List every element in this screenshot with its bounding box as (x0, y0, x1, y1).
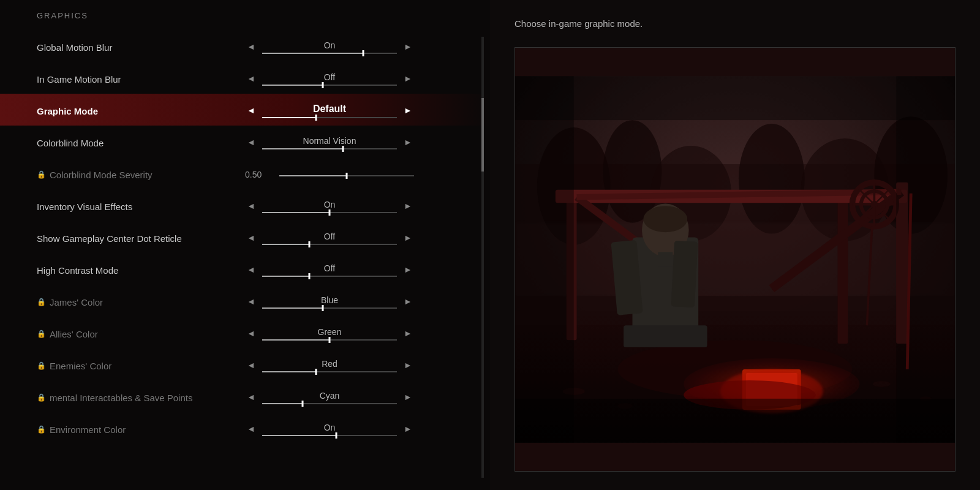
arrow-right-colorblind-mode[interactable]: ► (402, 138, 414, 148)
slider-thumb-inventory-visual-effects[interactable] (329, 209, 331, 216)
setting-row-james-color[interactable]: 🔒 James' Color ◄ Blue ► (37, 285, 490, 317)
value-text-allies-color: Green (262, 327, 397, 337)
slider-track-gameplay-center-dot[interactable] (262, 244, 397, 245)
slider-thumb-in-game-motion-blur[interactable] (322, 82, 324, 88)
arrow-left-mental-interactables[interactable]: ◄ (245, 393, 257, 402)
arrow-right-james-color[interactable]: ► (402, 297, 414, 307)
value-display-inventory-visual-effects: On (262, 200, 397, 213)
setting-control-mental-interactables: ◄ Cyan ► (245, 391, 490, 404)
slider-thumb-colorblind-mode[interactable] (342, 146, 344, 152)
slider-thumb-allies-color[interactable] (329, 337, 331, 343)
setting-row-allies-color[interactable]: 🔒 Allies' Color ◄ Green ► (37, 317, 490, 349)
slider-thumb-graphic-mode[interactable] (315, 115, 317, 121)
slider-track-mental-interactables[interactable] (262, 403, 397, 404)
slider-thumb-global-motion-blur[interactable] (363, 50, 364, 56)
setting-control-high-contrast-mode: ◄ Off ► (245, 263, 490, 277)
slider-track-colorblind-severity[interactable] (279, 175, 414, 176)
arrow-left-global-motion-blur[interactable]: ◄ (245, 42, 257, 52)
arrow-right-mental-interactables[interactable]: ► (402, 393, 414, 402)
setting-control-gameplay-center-dot: ◄ Off ► (245, 232, 490, 245)
slider-thumb-environment-color[interactable] (336, 432, 337, 439)
slider-track-colorblind-mode[interactable] (262, 148, 397, 149)
slider-track-inventory-visual-effects[interactable] (262, 212, 397, 213)
setting-label-global-motion-blur: Global Motion Blur (37, 42, 245, 53)
scrollbar-thumb[interactable] (481, 98, 484, 172)
svg-rect-45 (515, 76, 574, 442)
setting-row-high-contrast-mode[interactable]: High Contrast Mode ◄ Off ► (37, 253, 490, 285)
setting-label-colorblind-severity: 🔒 Colorblind Mode Severity (37, 170, 245, 180)
arrow-left-in-game-motion-blur[interactable]: ◄ (245, 74, 257, 84)
slider-thumb-enemies-color[interactable] (315, 369, 317, 375)
arrow-left-inventory-visual-effects[interactable]: ◄ (245, 202, 257, 211)
slider-fill-inventory-visual-effects (262, 212, 330, 213)
setting-control-colorblind-mode: ◄ Normal Vision ► (245, 136, 490, 149)
setting-label-environment-color: 🔒 Environment Color (37, 424, 245, 435)
setting-row-graphic-mode[interactable]: Graphic Mode ◄ Default ► (0, 94, 490, 126)
arrow-right-inventory-visual-effects[interactable]: ► (402, 202, 414, 211)
slider-thumb-james-color[interactable] (322, 305, 324, 311)
scrollbar[interactable] (481, 37, 484, 478)
setting-label-allies-color: 🔒 Allies' Color (37, 329, 245, 339)
slider-thumb-high-contrast-mode[interactable] (309, 273, 311, 279)
slider-track-enemies-color[interactable] (262, 371, 397, 372)
setting-row-in-game-motion-blur[interactable]: In Game Motion Blur ◄ Off ► (37, 62, 490, 94)
value-text-gameplay-center-dot: Off (262, 232, 397, 241)
arrow-right-environment-color[interactable]: ► (402, 424, 414, 434)
arrow-right-enemies-color[interactable]: ► (402, 361, 414, 371)
arrow-right-in-game-motion-blur[interactable]: ► (402, 74, 414, 84)
setting-control-enemies-color: ◄ Red ► (245, 359, 490, 372)
arrow-left-high-contrast-mode[interactable]: ◄ (245, 265, 257, 275)
arrow-right-graphic-mode[interactable]: ► (402, 106, 414, 116)
slider-thumb-gameplay-center-dot[interactable] (309, 241, 311, 247)
slider-track-environment-color[interactable] (262, 435, 397, 436)
arrow-right-allies-color[interactable]: ► (402, 329, 414, 339)
setting-control-allies-color: ◄ Green ► (245, 327, 490, 341)
setting-row-environment-color[interactable]: 🔒 Environment Color ◄ On ► (37, 412, 490, 444)
setting-row-mental-interactables[interactable]: 🔒 mental Interactables & Save Points ◄ C… (37, 380, 490, 412)
setting-row-gameplay-center-dot[interactable]: Show Gameplay Center Dot Reticle ◄ Off ► (37, 221, 490, 253)
section-title: GRAPHICS (37, 11, 490, 20)
value-display-allies-color: Green (262, 327, 397, 341)
slider-track-james-color[interactable] (262, 307, 397, 309)
setting-control-inventory-visual-effects: ◄ On ► (245, 200, 490, 213)
value-text-mental-interactables: Cyan (262, 391, 397, 401)
slider-track-allies-color[interactable] (262, 339, 397, 341)
arrow-right-gameplay-center-dot[interactable]: ► (402, 233, 414, 243)
svg-rect-44 (515, 76, 955, 442)
value-text-graphic-mode: Default (262, 104, 397, 115)
setting-label-enemies-color: 🔒 Enemies' Color (37, 361, 245, 371)
value-text-colorblind-mode: Normal Vision (262, 136, 397, 146)
arrow-left-environment-color[interactable]: ◄ (245, 424, 257, 434)
slider-thumb-colorblind-severity[interactable] (346, 173, 348, 179)
setting-row-enemies-color[interactable]: 🔒 Enemies' Color ◄ Red ► (37, 349, 490, 380)
slider-fill-global-motion-blur (262, 53, 363, 54)
setting-row-inventory-visual-effects[interactable]: Inventory Visual Effects ◄ On ► (37, 189, 490, 221)
value-display-environment-color: On (262, 423, 397, 436)
slider-track-global-motion-blur[interactable] (262, 53, 397, 54)
arrow-right-global-motion-blur[interactable]: ► (402, 42, 414, 52)
setting-control-james-color: ◄ Blue ► (245, 295, 490, 309)
slider-fill-colorblind-severity (279, 175, 347, 176)
lock-icon-colorblind-severity: 🔒 (37, 170, 46, 179)
slider-thumb-mental-interactables[interactable] (302, 401, 304, 407)
setting-row-colorblind-severity[interactable]: 🔒 Colorblind Mode Severity 0.50 (37, 157, 490, 189)
arrow-left-graphic-mode[interactable]: ◄ (245, 106, 257, 116)
value-text-james-color: Blue (262, 295, 397, 305)
setting-row-colorblind-mode[interactable]: Colorblind Mode ◄ Normal Vision ► (37, 126, 490, 157)
setting-row-global-motion-blur[interactable]: Global Motion Blur ◄ On ► (37, 30, 490, 62)
arrow-right-high-contrast-mode[interactable]: ► (402, 265, 414, 275)
setting-control-graphic-mode: ◄ Default ► (245, 104, 490, 118)
arrow-left-colorblind-mode[interactable]: ◄ (245, 138, 257, 148)
arrow-left-enemies-color[interactable]: ◄ (245, 361, 257, 371)
arrow-left-gameplay-center-dot[interactable]: ◄ (245, 233, 257, 243)
value-display-gameplay-center-dot: Off (262, 232, 397, 245)
slider-track-graphic-mode[interactable] (262, 117, 397, 118)
value-text-global-motion-blur: On (262, 40, 397, 50)
setting-control-global-motion-blur: ◄ On ► (245, 40, 490, 54)
svg-rect-47 (515, 76, 955, 120)
lock-icon-james-color: 🔒 (37, 298, 46, 306)
arrow-left-james-color[interactable]: ◄ (245, 297, 257, 307)
slider-track-high-contrast-mode[interactable] (262, 276, 397, 277)
arrow-left-allies-color[interactable]: ◄ (245, 329, 257, 339)
slider-track-in-game-motion-blur[interactable] (262, 85, 397, 86)
